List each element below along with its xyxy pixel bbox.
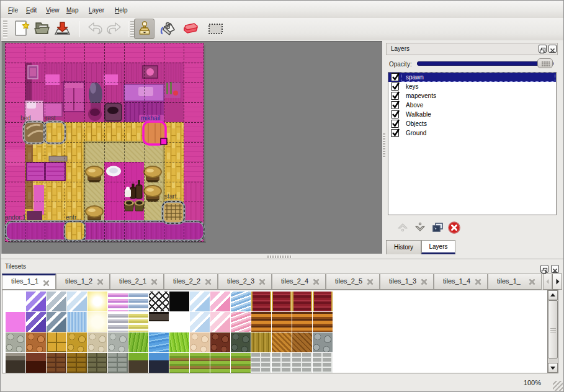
- svg-text:andor:1: andor:1: [5, 214, 26, 221]
- svg-text:start...: start...: [164, 193, 182, 200]
- svg-text:mikhail: mikhail: [141, 115, 160, 122]
- svg-text:entr...: entr...: [66, 214, 81, 221]
- svg-text:rest: rest: [45, 115, 56, 122]
- svg-text:bed: bed: [20, 115, 31, 122]
